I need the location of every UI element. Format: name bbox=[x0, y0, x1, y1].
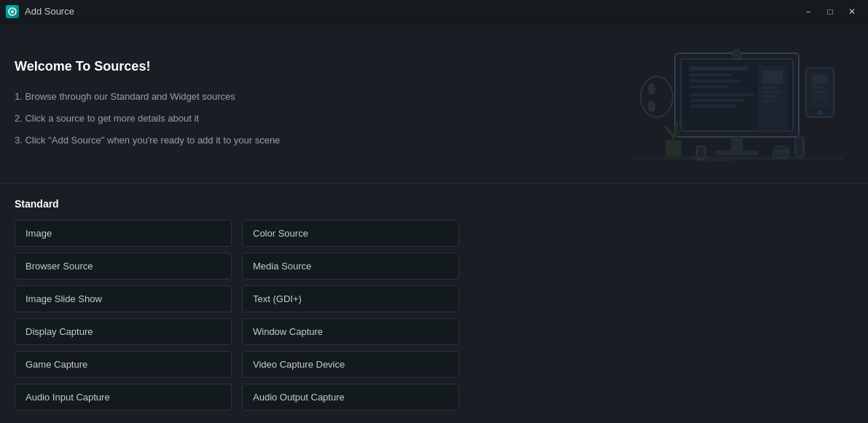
title-bar-left: Add Source bbox=[6, 5, 74, 18]
svg-rect-23 bbox=[649, 101, 654, 111]
svg-point-1 bbox=[11, 10, 14, 13]
welcome-step-2: 2. Click a source to get more details ab… bbox=[15, 109, 280, 128]
svg-rect-4 bbox=[689, 66, 748, 71]
source-btn-image-slide-show[interactable]: Image Slide Show bbox=[15, 285, 232, 312]
svg-rect-15 bbox=[762, 95, 775, 98]
source-btn-browser-source[interactable]: Browser Source bbox=[15, 253, 232, 280]
source-btn-display-capture[interactable]: Display Capture bbox=[15, 318, 232, 345]
welcome-list: 1. Browse through our Standard and Widge… bbox=[15, 87, 280, 150]
svg-rect-27 bbox=[813, 87, 822, 89]
illustration bbox=[627, 44, 846, 168]
maximize-button[interactable]: □ bbox=[820, 4, 840, 20]
svg-rect-8 bbox=[689, 93, 755, 96]
minimize-button[interactable]: − bbox=[798, 4, 818, 20]
source-btn-media-source[interactable]: Media Source bbox=[242, 253, 459, 280]
svg-rect-32 bbox=[631, 157, 842, 161]
svg-rect-31 bbox=[666, 141, 681, 157]
svg-rect-37 bbox=[775, 146, 787, 151]
source-btn-text-gdi[interactable]: Text (GDI+) bbox=[242, 285, 459, 312]
svg-rect-5 bbox=[689, 74, 733, 76]
source-btn-video-capture-device[interactable]: Video Capture Device bbox=[242, 351, 459, 378]
svg-rect-39 bbox=[797, 135, 802, 139]
close-button[interactable]: ✕ bbox=[842, 4, 862, 20]
source-btn-audio-output-capture[interactable]: Audio Output Capture bbox=[242, 384, 459, 411]
window-title: Add Source bbox=[25, 6, 74, 17]
source-btn-audio-input-capture[interactable]: Audio Input Capture bbox=[15, 384, 232, 411]
svg-rect-26 bbox=[813, 75, 826, 84]
svg-point-30 bbox=[818, 111, 822, 115]
svg-point-20 bbox=[735, 52, 739, 57]
welcome-title: Welcome To Sources! bbox=[15, 59, 280, 74]
svg-rect-29 bbox=[813, 95, 821, 98]
svg-rect-38 bbox=[795, 137, 804, 157]
source-btn-game-capture[interactable]: Game Capture bbox=[15, 351, 232, 378]
svg-rect-13 bbox=[762, 87, 777, 89]
sources-grid: ImageColor SourceBrowser SourceMedia Sou… bbox=[15, 220, 459, 411]
svg-point-21 bbox=[641, 76, 673, 117]
sources-section: Standard ImageColor SourceBrowser Source… bbox=[0, 183, 868, 423]
source-btn-image[interactable]: Image bbox=[15, 220, 232, 247]
svg-rect-18 bbox=[715, 151, 759, 155]
standard-header: Standard bbox=[15, 198, 853, 210]
welcome-section: Welcome To Sources! 1. Browse through ou… bbox=[0, 23, 868, 183]
main-content: Welcome To Sources! 1. Browse through ou… bbox=[0, 23, 868, 423]
welcome-text: Welcome To Sources! 1. Browse through ou… bbox=[15, 59, 280, 153]
welcome-step-3: 3. Click "Add Source" when you're ready … bbox=[15, 131, 280, 150]
title-bar: Add Source − □ ✕ bbox=[0, 0, 868, 23]
svg-rect-7 bbox=[689, 85, 730, 88]
svg-rect-35 bbox=[700, 157, 701, 160]
svg-rect-14 bbox=[762, 91, 781, 93]
source-btn-window-capture[interactable]: Window Capture bbox=[242, 318, 459, 345]
window-controls: − □ ✕ bbox=[798, 4, 862, 20]
svg-rect-6 bbox=[689, 79, 740, 82]
svg-rect-28 bbox=[813, 91, 825, 93]
app-icon bbox=[6, 5, 19, 18]
svg-rect-22 bbox=[649, 84, 654, 94]
svg-rect-9 bbox=[689, 99, 744, 102]
svg-rect-10 bbox=[689, 105, 737, 108]
svg-rect-16 bbox=[762, 100, 778, 102]
source-btn-color-source[interactable]: Color Source bbox=[242, 220, 459, 247]
svg-rect-12 bbox=[762, 71, 783, 84]
welcome-step-1: 1. Browse through our Standard and Widge… bbox=[15, 87, 280, 106]
svg-rect-17 bbox=[731, 137, 743, 151]
